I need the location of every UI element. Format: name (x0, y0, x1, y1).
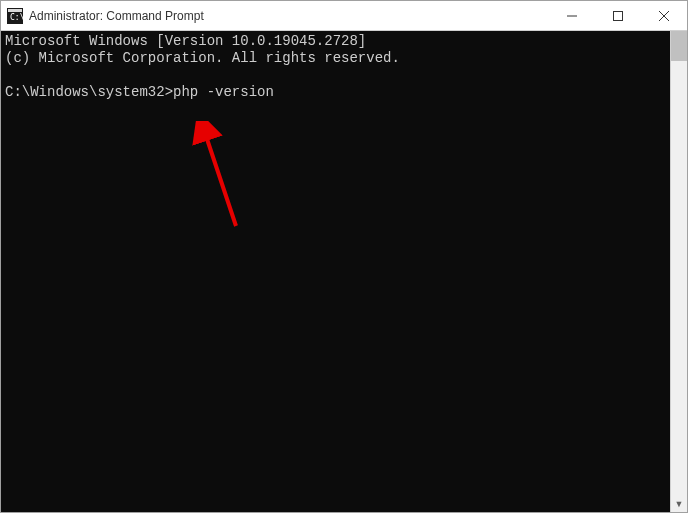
titlebar[interactable]: C:\ Administrator: Command Prompt (1, 1, 687, 31)
terminal-prompt: C:\Windows\system32> (5, 84, 173, 100)
maximize-button[interactable] (595, 1, 641, 30)
close-button[interactable] (641, 1, 687, 30)
vertical-scrollbar[interactable]: ▲ ▼ (670, 31, 687, 512)
terminal-line: (c) Microsoft Corporation. All rights re… (5, 50, 400, 66)
terminal-line: Microsoft Windows [Version 10.0.19045.27… (5, 33, 366, 49)
svg-rect-1 (8, 9, 22, 12)
window-title: Administrator: Command Prompt (29, 9, 549, 23)
scroll-thumb[interactable] (671, 31, 687, 61)
terminal-output[interactable]: Microsoft Windows [Version 10.0.19045.27… (1, 31, 670, 512)
svg-rect-4 (614, 11, 623, 20)
scroll-down-icon[interactable]: ▼ (671, 495, 687, 512)
command-prompt-window: C:\ Administrator: Command Prompt Micros… (0, 0, 688, 513)
window-controls (549, 1, 687, 30)
terminal-command: php -version (173, 84, 274, 100)
minimize-button[interactable] (549, 1, 595, 30)
svg-text:C:\: C:\ (10, 13, 23, 22)
cmd-icon: C:\ (7, 8, 23, 24)
client-area: Microsoft Windows [Version 10.0.19045.27… (1, 31, 687, 512)
